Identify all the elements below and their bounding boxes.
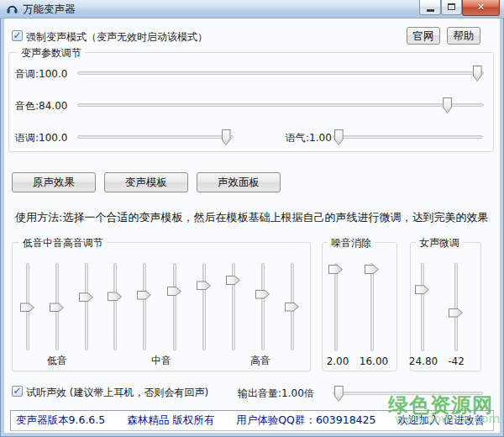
eq-band-1-slider[interactable] (20, 263, 35, 350)
minimize-button[interactable] (419, 0, 441, 15)
tone-label: 语气:1.00 (286, 131, 332, 145)
female-voice-group-title: 女声微调 (416, 236, 463, 250)
title-bar[interactable]: 万能变声器 ✕ (0, 0, 504, 18)
eq-band-6-thumb[interactable] (167, 287, 181, 296)
minimize-icon (427, 9, 434, 12)
intonation-slider-thumb[interactable] (222, 129, 231, 145)
female-slider-1-thumb[interactable] (415, 285, 429, 294)
eq-label-bass: 低音 (47, 354, 67, 368)
eq-band-9-slider[interactable] (255, 263, 270, 350)
noise-slider-1[interactable] (328, 263, 344, 351)
eq-band-6-slider[interactable] (167, 263, 182, 350)
eq-band-1-thumb[interactable] (20, 303, 34, 312)
status-version: 变声器版本9.6.6.5 (16, 413, 105, 428)
female-slider-2[interactable] (449, 263, 464, 351)
watermark-site-url: www.downcc.com (395, 412, 500, 425)
noise-slider-1-thumb[interactable] (328, 265, 343, 274)
eq-band-10-thumb[interactable] (285, 303, 299, 312)
pitch-slider-thumb[interactable] (473, 66, 482, 82)
eq-band-5-thumb[interactable] (137, 291, 151, 300)
help-button[interactable]: 帮助 (447, 27, 480, 45)
eq-band-3-thumb[interactable] (79, 292, 93, 302)
noise-value-2: 16.00 (360, 355, 388, 367)
equalizer-group-title: 低音中音高音调节 (19, 236, 107, 250)
status-copyright: 森林精品 版权所有 (127, 413, 214, 428)
eq-band-10-slider[interactable] (285, 263, 300, 350)
force-mode-label: 强制变声模式（变声无效时启动该模式） (26, 30, 207, 45)
intonation-slider[interactable] (77, 129, 234, 145)
close-icon: ✕ (477, 2, 485, 13)
close-button[interactable]: ✕ (462, 0, 500, 16)
headphones-icon (6, 3, 18, 15)
eq-band-5-slider[interactable] (137, 263, 152, 350)
female-value-2: -42 (448, 355, 465, 367)
timbre-slider[interactable] (77, 97, 484, 113)
params-group-title: 变声参数调节 (18, 46, 85, 61)
eq-band-3-slider[interactable] (79, 263, 94, 350)
eq-band-4-thumb[interactable] (108, 292, 122, 301)
window-title: 万能变声器 (23, 3, 76, 17)
tone-slider-thumb[interactable] (334, 129, 344, 145)
timbre-slider-thumb[interactable] (443, 97, 452, 113)
official-site-button[interactable]: 官网 (407, 27, 440, 45)
noise-value-1: 2.00 (327, 355, 349, 367)
eq-label-treble: 高音 (250, 354, 270, 368)
eq-band-4-slider[interactable] (108, 263, 123, 350)
female-slider-1[interactable] (415, 263, 430, 351)
voice-template-button[interactable]: 变声模板 (104, 172, 188, 192)
eq-band-8-thumb[interactable] (226, 276, 240, 285)
maximize-icon (448, 3, 455, 10)
pitch-label: 音调:100.0 (15, 67, 67, 82)
app-window: 万能变声器 ✕ ✓ 强制变声模式（变声无效时启动该模式） 官网 帮助 变声参数调… (0, 0, 504, 437)
intonation-label: 语调:100.0 (15, 131, 67, 145)
force-mode-checkbox[interactable]: ✓ (12, 30, 23, 41)
eq-band-9-thumb[interactable] (255, 290, 270, 299)
noise-slider-2-thumb[interactable] (365, 265, 379, 274)
timbre-label: 音色:84.00 (15, 99, 67, 113)
original-sound-button[interactable]: 原声效果 (12, 172, 96, 192)
noise-removal-group-title: 噪音消除 (328, 236, 375, 250)
output-volume-thumb[interactable] (334, 386, 344, 402)
listen-preview-label: 试听声效 (建议带上耳机，否则会有回声) (26, 386, 208, 400)
eq-band-7-thumb[interactable] (197, 281, 211, 290)
sound-panel-button[interactable]: 声效面板 (197, 172, 281, 192)
female-slider-2-thumb[interactable] (449, 308, 463, 318)
female-value-1: 24.80 (409, 355, 438, 367)
listen-preview-checkbox[interactable]: ✓ (12, 386, 23, 397)
pitch-slider[interactable] (77, 66, 484, 82)
eq-band-8-slider[interactable] (226, 263, 241, 350)
status-qq-group: 用户体验QQ群：603918425 (236, 413, 375, 428)
eq-label-mid: 中音 (151, 354, 171, 368)
output-volume-label: 输出音量:1.00倍 (238, 387, 314, 401)
eq-band-2-thumb[interactable] (50, 303, 64, 312)
usage-instruction: 使用方法:选择一个合适的变声模板，然后在模板基础上根据自己的声线进行微调，达到完… (15, 210, 488, 225)
noise-slider-2[interactable] (365, 263, 380, 351)
tone-slider[interactable] (333, 129, 483, 145)
maximize-button[interactable] (441, 0, 462, 15)
eq-band-2-slider[interactable] (50, 263, 65, 350)
eq-band-7-slider[interactable] (197, 263, 212, 350)
